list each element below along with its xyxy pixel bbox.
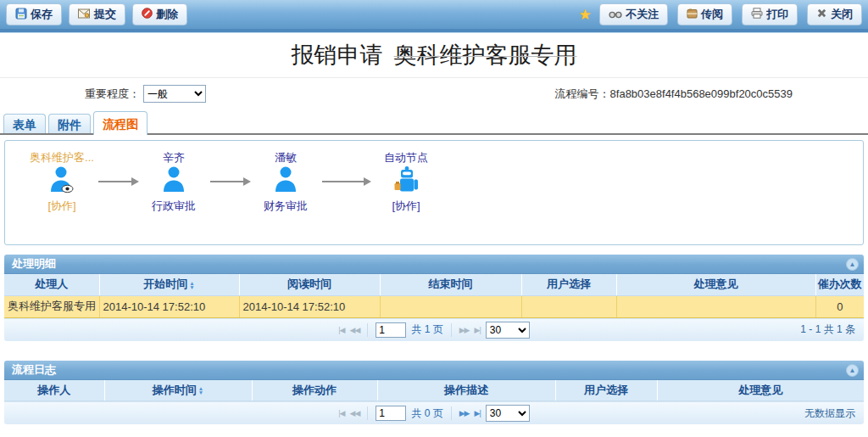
column-header-read-time[interactable]: 阅读时间 [239, 274, 380, 295]
cell-opinion [616, 295, 815, 317]
prev-page-icon[interactable]: ◀◀ [349, 326, 359, 334]
glasses-icon [609, 8, 622, 21]
flow-log-header: 流程日志 ▲ [4, 361, 864, 380]
flow-node-start: 奥科维护客... [协作] [25, 149, 98, 244]
flow-node-auto: 自动节点 [协作] [370, 149, 442, 244]
process-detail-section: 处理明细 ▲ 处理人 开始时间▲▼ 阅读时间 结束时间 用户选择 处理意见 催办… [4, 255, 864, 341]
pager-divider [367, 323, 368, 337]
cell-handler: 奥科维护客服专用 [4, 295, 99, 317]
process-detail-header-row: 处理人 开始时间▲▼ 阅读时间 结束时间 用户选择 处理意见 催办次数 [4, 274, 864, 295]
column-header-operate-time[interactable]: 操作时间▲▼ [104, 380, 252, 401]
column-header-end-time[interactable]: 结束时间 [380, 274, 521, 295]
column-header-operator[interactable]: 操作人 [4, 380, 104, 401]
circulate-icon [687, 8, 698, 21]
tab-flowchart[interactable]: 流程图 [93, 111, 147, 135]
unfollow-button[interactable]: 不关注 [599, 3, 668, 25]
printer-icon [751, 8, 763, 21]
cell-user-choice [521, 295, 616, 317]
save-icon [15, 8, 27, 22]
next-page-icon[interactable]: ▶▶ [459, 409, 470, 417]
page-size-select[interactable]: 30 [486, 405, 530, 422]
circulate-button-label: 传阅 [701, 7, 723, 22]
meta-row: 重要程度： 一般 流程编号：8fa8b03e8f4f4b568e099bf20c… [0, 78, 868, 109]
process-detail-pager: |◀ ◀◀ 共 1 页 ▶▶ ▶| 30 1 - 1 共 1 条 [4, 318, 864, 341]
process-detail-title: 处理明细 [12, 256, 56, 272]
next-page-icon[interactable]: ▶▶ [459, 326, 470, 334]
submit-button[interactable]: 提交 [69, 3, 125, 25]
flow-node-sub: 财务审批 [264, 198, 308, 214]
collapse-up-icon[interactable]: ▲ [846, 258, 859, 271]
delete-button[interactable]: 删除 [132, 3, 187, 25]
robot-icon [392, 165, 420, 198]
flow-node-name: 潘敏 [275, 149, 297, 165]
tab-form[interactable]: 表单 [3, 114, 46, 135]
close-button[interactable]: 关闭 [807, 3, 862, 25]
cell-start-time: 2014-10-14 17:52:10 [99, 295, 239, 317]
column-header-start-time[interactable]: 开始时间▲▼ [99, 274, 239, 295]
save-button-label: 保存 [31, 7, 53, 22]
flow-arrow [322, 181, 370, 182]
close-button-label: 关闭 [831, 7, 853, 22]
submit-icon [78, 8, 91, 21]
flow-number-label: 流程编号： [555, 87, 610, 100]
person-icon [160, 165, 187, 198]
page-title: 报销申请 奥科维护客服专用 [0, 33, 868, 78]
star-icon[interactable]: ★ [579, 6, 592, 24]
toolbar-right-group: 不关注 传阅 打印 关闭 [599, 3, 862, 25]
flow-log-pager: |◀ ◀◀ 共 0 页 ▶▶ ▶| 30 无数据显示 [4, 401, 864, 424]
flow-node-sub: [协作] [392, 198, 420, 214]
column-header-operate-action[interactable]: 操作动作 [252, 380, 377, 401]
unfollow-button-label: 不关注 [626, 7, 659, 22]
last-page-icon[interactable]: ▶| [475, 409, 481, 417]
column-header-user-choice[interactable]: 用户选择 [521, 274, 616, 295]
cell-end-time [380, 295, 521, 317]
flow-diagram-panel: 奥科维护客... [协作] 辛齐 行政审批 潘敏 财务审批 自动节点 [协作] [4, 140, 864, 245]
flow-arrow [210, 181, 249, 182]
flow-log-table: 操作人 操作时间▲▼ 操作动作 操作描述 用户选择 处理意见 [4, 380, 864, 402]
sort-icon: ▲▼ [189, 281, 194, 289]
flow-node-finance: 潘敏 财务审批 [249, 149, 322, 244]
empty-hint: 无数据显示 [804, 406, 855, 421]
circulate-button[interactable]: 传阅 [677, 3, 732, 25]
column-header-opinion[interactable]: 处理意见 [616, 274, 815, 295]
importance-select[interactable]: 一般 [143, 85, 206, 103]
page-input[interactable] [376, 322, 406, 338]
first-page-icon[interactable]: |◀ [338, 326, 344, 334]
column-header-urge-count[interactable]: 催办次数 [815, 274, 864, 295]
delete-icon [142, 8, 153, 21]
flow-arrow [98, 181, 137, 182]
importance-field: 重要程度： 一般 [85, 85, 206, 103]
flow-node-name: 辛齐 [163, 149, 185, 165]
page-size-select[interactable]: 30 [486, 322, 530, 339]
page-title-name: 奥科维护客服专用 [394, 40, 577, 70]
range-info: 1 - 1 共 1 条 [800, 322, 855, 337]
importance-label: 重要程度： [85, 87, 140, 102]
column-header-handler[interactable]: 处理人 [4, 274, 99, 295]
pager-divider [451, 323, 452, 337]
flow-log-section: 流程日志 ▲ 操作人 操作时间▲▼ 操作动作 操作描述 用户选择 处理意见 |◀… [4, 361, 864, 425]
prev-page-icon[interactable]: ◀◀ [349, 409, 359, 417]
submit-button-label: 提交 [94, 7, 116, 22]
flow-number-value: 8fa8b03e8f4f4b568e099bf20c0c5539 [610, 87, 793, 100]
page-total: 共 1 页 [411, 322, 442, 337]
page-input[interactable] [376, 406, 406, 421]
cell-read-time: 2014-10-14 17:52:10 [239, 295, 380, 317]
save-button[interactable]: 保存 [6, 3, 62, 25]
flow-number: 流程编号：8fa8b03e8f4f4b568e099bf20c0c5539 [555, 87, 793, 102]
sort-icon: ▲▼ [198, 386, 203, 395]
last-page-icon[interactable]: ▶| [475, 326, 481, 334]
table-row[interactable]: 奥科维护客服专用 2014-10-14 17:52:10 2014-10-14 … [4, 295, 864, 317]
person-icon [272, 165, 299, 198]
column-header-operate-desc[interactable]: 操作描述 [377, 380, 555, 401]
column-header-user-choice[interactable]: 用户选择 [555, 380, 657, 401]
collapse-up-icon[interactable]: ▲ [846, 364, 859, 377]
page-total: 共 0 页 [411, 406, 442, 421]
toolbar: 保存 提交 删除 ★ 不关注 传阅 打印 关闭 [0, 0, 868, 29]
tab-attachment[interactable]: 附件 [48, 114, 91, 135]
print-button[interactable]: 打印 [742, 3, 798, 25]
process-detail-table: 处理人 开始时间▲▼ 阅读时间 结束时间 用户选择 处理意见 催办次数 奥科维护… [4, 274, 864, 318]
column-header-opinion[interactable]: 处理意见 [657, 380, 864, 401]
flow-log-title: 流程日志 [12, 362, 56, 378]
first-page-icon[interactable]: |◀ [338, 409, 344, 417]
flow-node-name: 奥科维护客... [30, 149, 94, 165]
